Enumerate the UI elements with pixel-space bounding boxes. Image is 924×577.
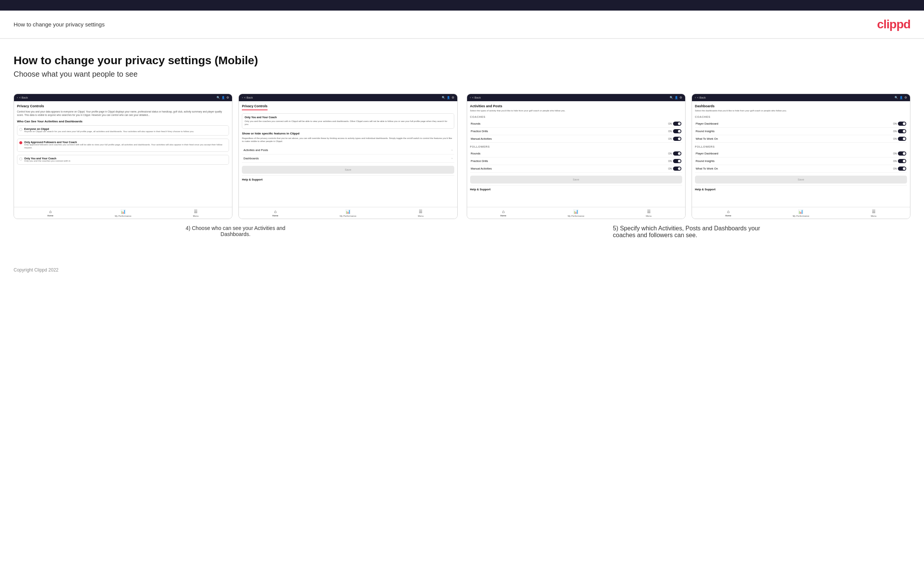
- screen3-title: Activities and Posts: [470, 104, 682, 108]
- nav-home-2[interactable]: ⌂ Home: [239, 209, 312, 217]
- search-icon-3[interactable]: 🔍: [670, 96, 673, 99]
- show-hide-title: Show or hide specific features in Clippd: [242, 132, 454, 135]
- toggle-followers-player[interactable]: [898, 152, 906, 156]
- toggle-followers-rounds[interactable]: [673, 152, 682, 156]
- screen4-icons: 🔍 👤 ⚙: [895, 96, 907, 99]
- save-btn-3[interactable]: Save: [470, 176, 682, 184]
- followers-label-3: FOLLOWERS: [470, 145, 682, 148]
- coaches-rounds-toggle[interactable]: ON: [668, 122, 682, 126]
- toggle-coaches-rounds[interactable]: [673, 122, 682, 126]
- followers-insights-toggle[interactable]: ON: [893, 159, 906, 163]
- nav-performance-3[interactable]: 📊 My Performance: [540, 209, 612, 217]
- followers-player-dashboard-row: Player Dashboard ON: [695, 150, 907, 158]
- back-label-3[interactable]: < Back: [472, 96, 481, 99]
- option-everyone[interactable]: Everyone on Clippd Anyone on Clippd can …: [17, 126, 229, 135]
- screen1-back[interactable]: ‹ < Back: [17, 96, 28, 99]
- nav-menu-3[interactable]: ☰ Menu: [612, 209, 685, 217]
- coaches-player-dashboard-row: Player Dashboard ON: [695, 120, 907, 127]
- followers-rounds-toggle[interactable]: ON: [668, 152, 682, 156]
- settings-icon-2[interactable]: ⚙: [452, 96, 454, 99]
- toggle-coaches-manual[interactable]: [673, 137, 682, 141]
- dashboards-row[interactable]: Dashboards ›: [242, 155, 454, 163]
- menu-icon-3: ☰: [647, 209, 651, 214]
- followers-player-toggle[interactable]: ON: [893, 152, 906, 156]
- chevron-right-icon-2: ›: [452, 157, 453, 160]
- radio-coach-only[interactable]: [19, 158, 22, 161]
- option3-desc: Only you and the coaches you connect wit…: [24, 160, 70, 163]
- nav-home-3[interactable]: ⌂ Home: [467, 209, 540, 217]
- save-btn-4[interactable]: Save: [695, 176, 907, 184]
- nav-performance-1[interactable]: 📊 My Performance: [87, 209, 159, 217]
- nav-menu-2[interactable]: ☰ Menu: [384, 209, 457, 217]
- screen3-back[interactable]: ‹ < Back: [470, 96, 481, 99]
- radio-followers[interactable]: [19, 141, 22, 144]
- activities-posts-row[interactable]: Activities and Posts ›: [242, 146, 454, 155]
- main-content: How to change your privacy settings (Mob…: [0, 39, 924, 261]
- show-hide-desc: Regardless of the privacy controls that …: [242, 137, 454, 143]
- nav-menu-4[interactable]: ☰ Menu: [837, 209, 910, 217]
- nav-performance-2[interactable]: 📊 My Performance: [312, 209, 384, 217]
- back-label-4[interactable]: < Back: [697, 96, 706, 99]
- nav-performance-4[interactable]: 📊 My Performance: [764, 209, 837, 217]
- logo: clippd: [877, 18, 910, 31]
- save-btn-2[interactable]: Save: [242, 166, 454, 174]
- top-bar: [0, 0, 924, 11]
- back-label-2[interactable]: < Back: [244, 96, 253, 99]
- coaches-insights-toggle[interactable]: ON: [893, 129, 906, 133]
- page-subheading: Choose what you want people to see: [14, 70, 910, 79]
- screen-4: ‹ < Back 🔍 👤 ⚙ Dashboards Select the das…: [691, 93, 910, 219]
- coaches-player-toggle[interactable]: ON: [893, 122, 906, 126]
- followers-workon-row: What To Work On ON: [695, 165, 907, 172]
- coaches-label-3: COACHES: [470, 115, 682, 119]
- left-screenshot-group: ‹ < Back 🔍 👤 ⚙ Privacy Controls Control …: [14, 93, 458, 237]
- nav-menu-1[interactable]: ☰ Menu: [160, 209, 232, 217]
- search-icon[interactable]: 🔍: [216, 96, 220, 99]
- toggle-coaches-workon[interactable]: [898, 137, 906, 141]
- nav-home-1[interactable]: ⌂ Home: [14, 209, 87, 217]
- coaches-manual-toggle[interactable]: ON: [668, 137, 682, 141]
- followers-manual-toggle[interactable]: ON: [668, 166, 682, 171]
- home-icon-4: ⌂: [727, 209, 730, 214]
- help-support-2: Help & Support: [242, 175, 454, 184]
- option-coach-only[interactable]: Only You and Your Coach Only you and the…: [17, 155, 229, 165]
- coaches-workon-toggle[interactable]: ON: [893, 137, 906, 141]
- search-icon-2[interactable]: 🔍: [442, 96, 445, 99]
- toggle-followers-manual[interactable]: [673, 166, 682, 171]
- settings-icon-3[interactable]: ⚙: [680, 96, 682, 99]
- menu-icon-4: ☰: [872, 209, 876, 214]
- performance-icon-4: 📊: [798, 209, 803, 214]
- followers-drills-toggle[interactable]: ON: [668, 159, 682, 163]
- option-followers[interactable]: Only Approved Followers and Your Coach O…: [17, 139, 229, 152]
- screen4-back[interactable]: ‹ < Back: [695, 96, 706, 99]
- toggle-coaches-player[interactable]: [898, 122, 906, 126]
- screen2-back[interactable]: ‹ < Back: [242, 96, 253, 99]
- coaches-label-4: COACHES: [695, 115, 907, 119]
- screen3-bottom-nav: ⌂ Home 📊 My Performance ☰ Menu: [467, 207, 685, 219]
- privacy-label-2: Privacy Controls: [242, 104, 268, 110]
- search-icon-4[interactable]: 🔍: [895, 96, 898, 99]
- settings-icon[interactable]: ⚙: [226, 96, 229, 99]
- profile-icon-3[interactable]: 👤: [675, 96, 678, 99]
- back-chevron-icon-3: ‹: [470, 96, 471, 99]
- screen4-desc: Select the dashboards that you'd like to…: [695, 109, 907, 112]
- settings-icon-4[interactable]: ⚙: [905, 96, 907, 99]
- back-label[interactable]: < Back: [19, 96, 28, 99]
- profile-icon-2[interactable]: 👤: [447, 96, 450, 99]
- profile-icon-4[interactable]: 👤: [900, 96, 903, 99]
- toggle-coaches-drills[interactable]: [673, 129, 682, 133]
- screen3-desc: Select the types of activity that you'd …: [470, 109, 682, 112]
- back-chevron-icon-4: ‹: [695, 96, 696, 99]
- coaches-drills-toggle[interactable]: ON: [668, 129, 682, 133]
- followers-workon-toggle[interactable]: ON: [893, 166, 906, 171]
- profile-icon[interactable]: 👤: [221, 96, 225, 99]
- toggle-coaches-insights[interactable]: [898, 129, 906, 133]
- toggle-followers-drills[interactable]: [673, 159, 682, 163]
- screen2-bottom-nav: ⌂ Home 📊 My Performance ☰ Menu: [239, 207, 457, 219]
- radio-everyone[interactable]: [19, 128, 22, 131]
- screen1-title: Privacy Controls: [17, 104, 229, 108]
- toggle-followers-insights[interactable]: [898, 159, 906, 163]
- chevron-right-icon: ›: [452, 148, 453, 152]
- toggle-followers-workon[interactable]: [898, 166, 906, 171]
- nav-home-4[interactable]: ⌂ Home: [692, 209, 764, 217]
- coaches-manual-row: Manual Activities ON: [470, 135, 682, 143]
